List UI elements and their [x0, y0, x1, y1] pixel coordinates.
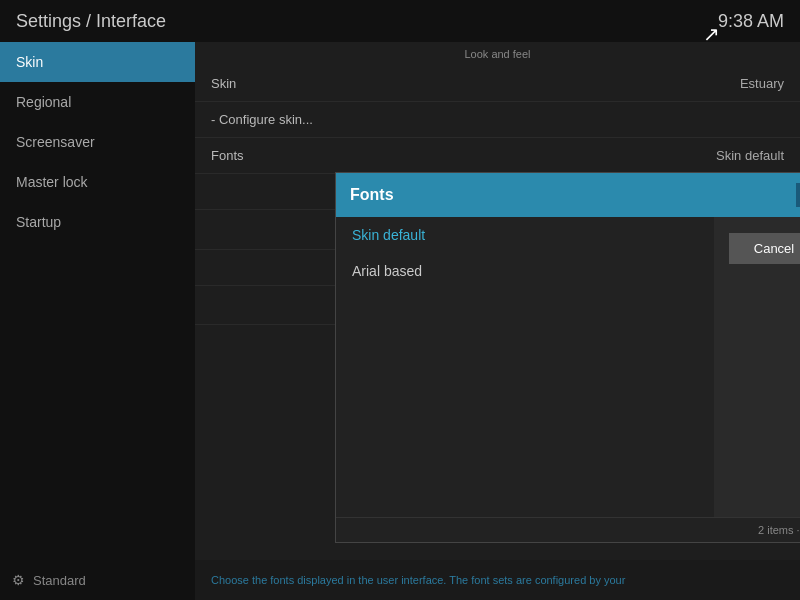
- setting-label-configure-skin: - Configure skin...: [211, 112, 313, 127]
- setting-label-fonts: Fonts: [211, 148, 244, 163]
- settings-icon: ⚙: [12, 572, 25, 588]
- section-label: Look and feel: [195, 42, 800, 66]
- bottom-bar-desc: Choose the fonts displayed in the user i…: [195, 560, 800, 600]
- bottom-bar-desc-text: Choose the fonts displayed in the user i…: [211, 574, 625, 586]
- sidebar-item-skin[interactable]: Skin: [0, 42, 195, 82]
- sidebar: Skin Regional Screensaver Master lock St…: [0, 42, 195, 560]
- modal-footer: 2 items · 1/1: [336, 517, 800, 542]
- modal-body: Skin default Arial based Cancel: [336, 217, 800, 517]
- modal-header: Fonts ✦: [336, 173, 800, 217]
- setting-row-fonts[interactable]: Fonts Skin default: [195, 138, 800, 174]
- sidebar-item-screensaver[interactable]: Screensaver: [0, 122, 195, 162]
- setting-row-configure-skin[interactable]: - Configure skin...: [195, 102, 800, 138]
- list-item-arial-based[interactable]: Arial based: [336, 253, 714, 289]
- setting-value-fonts: Skin default: [716, 148, 784, 163]
- bottom-bar-left: ⚙ Standard: [0, 560, 195, 600]
- page-title: Settings / Interface: [16, 11, 166, 32]
- modal-cancel-button[interactable]: Cancel: [729, 233, 800, 264]
- sidebar-item-master-lock[interactable]: Master lock: [0, 162, 195, 202]
- sidebar-item-regional[interactable]: Regional: [0, 82, 195, 122]
- main-layout: Skin Regional Screensaver Master lock St…: [0, 42, 800, 560]
- content-area: Look and feel Skin Estuary - Configure s…: [195, 42, 800, 560]
- modal-actions: Cancel: [714, 217, 800, 517]
- header: Settings / Interface 9:38 AM: [0, 0, 800, 42]
- modal-close-button[interactable]: ✦: [796, 183, 800, 207]
- list-item-skin-default[interactable]: Skin default: [336, 217, 714, 253]
- sidebar-item-startup[interactable]: Startup: [0, 202, 195, 242]
- fonts-modal: Fonts ✦ Skin default Arial based Cancel: [335, 172, 800, 543]
- setting-value-skin: Estuary: [740, 76, 784, 91]
- modal-title: Fonts: [350, 186, 394, 204]
- setting-label-skin: Skin: [211, 76, 236, 91]
- setting-row-skin[interactable]: Skin Estuary: [195, 66, 800, 102]
- clock: 9:38 AM: [718, 11, 784, 32]
- bottom-bar-label: Standard: [33, 573, 86, 588]
- modal-list: Skin default Arial based: [336, 217, 714, 517]
